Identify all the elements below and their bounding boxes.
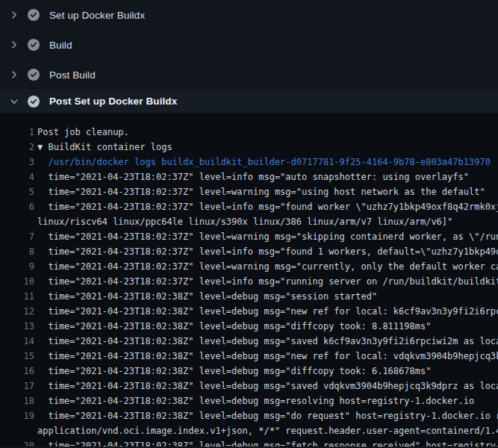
line-number[interactable]: 7 xyxy=(0,229,34,244)
log-row: 18 time="2021-04-23T18:02:38Z" level=deb… xyxy=(0,393,498,408)
log-row: 12 time="2021-04-23T18:02:38Z" level=deb… xyxy=(0,304,498,319)
log-row: 16 time="2021-04-23T18:02:38Z" level=deb… xyxy=(0,364,498,379)
line-number[interactable]: 11 xyxy=(0,289,34,304)
line-number[interactable]: 18 xyxy=(0,393,34,408)
log-line-text: time="2021-04-23T18:02:38Z" level=debug … xyxy=(37,334,498,349)
log-row: 15 time="2021-04-23T18:02:38Z" level=deb… xyxy=(0,349,498,364)
log-line-text: time="2021-04-23T18:02:37Z" level=info m… xyxy=(37,199,498,214)
log-row-wrap-continuation: linux/riscv64 linux/ppc64le linux/s390x … xyxy=(0,214,498,229)
line-number[interactable]: 5 xyxy=(0,184,34,199)
step-label: Set up Docker Buildx xyxy=(49,10,145,21)
log-group-toggle[interactable]: ▼ BuildKit container logs xyxy=(37,140,172,155)
line-number[interactable]: 19 xyxy=(0,408,34,423)
line-number[interactable]: 6 xyxy=(0,199,34,214)
log-line-text: time="2021-04-23T18:02:38Z" level=debug … xyxy=(37,438,498,447)
log-row: 13 time="2021-04-23T18:02:38Z" level=deb… xyxy=(0,319,498,334)
line-number[interactable]: 12 xyxy=(0,304,34,319)
log-line-text: time="2021-04-23T18:02:38Z" level=debug … xyxy=(37,364,431,379)
log-row: 7 time="2021-04-23T18:02:37Z" level=warn… xyxy=(0,229,498,244)
check-circle-icon xyxy=(28,9,40,21)
log-row-wrap-continuation: application/vnd.oci.image.index.v1+json,… xyxy=(0,423,498,438)
log-line-text: time="2021-04-23T18:02:37Z" level=info m… xyxy=(37,274,498,289)
log-viewer: 1Post job cleanup.2▼ BuildKit container … xyxy=(0,113,498,447)
steps-list: Set up Docker BuildxBuildPost BuildPost … xyxy=(0,0,498,113)
line-number-gutter xyxy=(0,423,34,438)
log-line-text: time="2021-04-23T18:02:38Z" level=debug … xyxy=(37,349,498,364)
log-line-text: time="2021-04-23T18:02:38Z" level=debug … xyxy=(37,379,498,393)
check-circle-icon xyxy=(28,39,40,51)
step-label: Post Build xyxy=(49,69,96,81)
log-row: 4 time="2021-04-23T18:02:37Z" level=info… xyxy=(0,169,498,184)
line-number[interactable]: 3 xyxy=(0,155,34,169)
log-row: 2▼ BuildKit container logs xyxy=(0,140,498,155)
line-number[interactable]: 14 xyxy=(0,334,34,349)
line-number[interactable]: 20 xyxy=(0,438,34,447)
log-line-text: time="2021-04-23T18:02:37Z" level=info m… xyxy=(37,169,469,184)
line-number[interactable]: 9 xyxy=(0,259,34,274)
step-row-post-build[interactable]: Post Build xyxy=(0,60,498,90)
log-line-text: time="2021-04-23T18:02:37Z" level=info m… xyxy=(37,244,498,259)
line-number[interactable]: 1 xyxy=(0,125,34,140)
log-row: 8 time="2021-04-23T18:02:37Z" level=info… xyxy=(0,244,498,259)
log-line-text: time="2021-04-23T18:02:38Z" level=debug … xyxy=(37,408,498,423)
log-line-text: time="2021-04-23T18:02:38Z" level=debug … xyxy=(37,393,474,408)
check-circle-icon xyxy=(28,96,40,108)
log-line-text: time="2021-04-23T18:02:37Z" level=warnin… xyxy=(37,184,485,199)
log-row: 11 time="2021-04-23T18:02:38Z" level=deb… xyxy=(0,289,498,304)
log-line-text: time="2021-04-23T18:02:37Z" level=warnin… xyxy=(37,259,498,274)
log-row: 3 /usr/bin/docker logs buildx_buildkit_b… xyxy=(0,155,498,169)
line-number[interactable]: 17 xyxy=(0,379,34,393)
log-row: 14 time="2021-04-23T18:02:38Z" level=deb… xyxy=(0,334,498,349)
log-row: 17 time="2021-04-23T18:02:38Z" level=deb… xyxy=(0,379,498,393)
chevron-down-icon xyxy=(10,97,19,106)
chevron-right-icon xyxy=(10,10,19,19)
log-row: 6 time="2021-04-23T18:02:37Z" level=info… xyxy=(0,199,498,214)
line-number[interactable]: 15 xyxy=(0,349,34,364)
line-number[interactable]: 10 xyxy=(0,274,34,289)
chevron-right-icon xyxy=(10,40,19,49)
line-number[interactable]: 4 xyxy=(0,169,34,184)
step-label: Post Set up Docker Buildx xyxy=(49,96,177,107)
log-line-text: time="2021-04-23T18:02:38Z" level=debug … xyxy=(37,304,498,319)
log-line-text: linux/riscv64 linux/ppc64le linux/s390x … xyxy=(37,214,452,229)
log-line-text: time="2021-04-23T18:02:38Z" level=debug … xyxy=(37,289,377,304)
line-number[interactable]: 2 xyxy=(0,140,34,155)
log-row: 5 time="2021-04-23T18:02:37Z" level=warn… xyxy=(0,184,498,199)
chevron-right-icon xyxy=(10,70,19,79)
log-row: 20 time="2021-04-23T18:02:38Z" level=deb… xyxy=(0,438,498,447)
log-command-text: /usr/bin/docker logs buildx_buildkit_bui… xyxy=(37,155,491,169)
log-line-text: time="2021-04-23T18:02:38Z" level=debug … xyxy=(37,319,431,334)
log-row: 1Post job cleanup. xyxy=(0,125,498,140)
log-line-text: Post job cleanup. xyxy=(37,125,129,140)
step-row-post-set-up-docker-buildx[interactable]: Post Set up Docker Buildx xyxy=(0,90,498,113)
step-row-build[interactable]: Build xyxy=(0,30,498,60)
step-label: Build xyxy=(49,40,72,51)
line-number[interactable]: 16 xyxy=(0,364,34,379)
log-row: 10 time="2021-04-23T18:02:37Z" level=inf… xyxy=(0,274,498,289)
log-line-text: application/vnd.oci.image.index.v1+json,… xyxy=(37,423,498,438)
line-number[interactable]: 8 xyxy=(0,244,34,259)
log-row: 19 time="2021-04-23T18:02:38Z" level=deb… xyxy=(0,408,498,423)
line-number[interactable]: 13 xyxy=(0,319,34,334)
log-line-text: time="2021-04-23T18:02:37Z" level=warnin… xyxy=(37,229,498,244)
log-row: 9 time="2021-04-23T18:02:37Z" level=warn… xyxy=(0,259,498,274)
step-row-set-up-docker-buildx[interactable]: Set up Docker Buildx xyxy=(0,0,498,30)
line-number-gutter xyxy=(0,214,34,229)
check-circle-icon xyxy=(28,69,40,81)
